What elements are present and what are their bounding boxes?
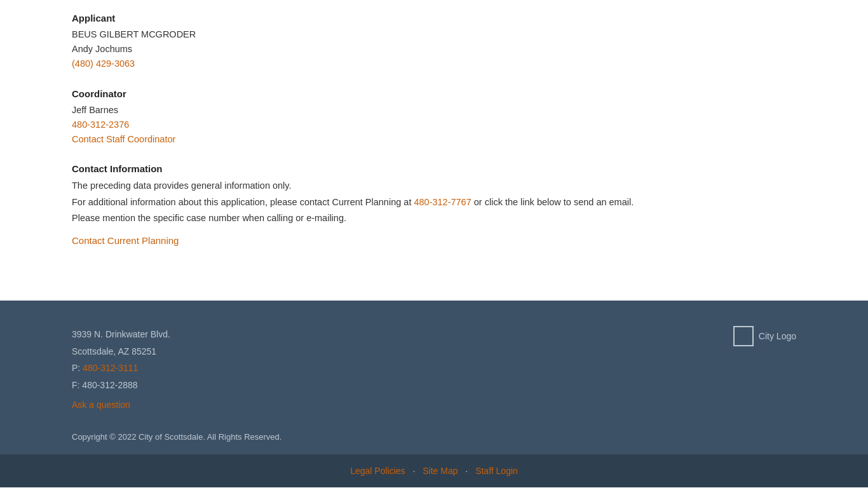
footer-fax-label: F: xyxy=(72,380,82,390)
footer: 3939 N. Drinkwater Blvd. Scottsdale, AZ … xyxy=(0,301,868,432)
footer-bottom: Legal Policies · Site Map · Staff Login xyxy=(0,454,868,487)
city-logo-text: City Logo xyxy=(759,331,796,341)
contact-info-line1: The preceding data provides general info… xyxy=(72,178,796,194)
footer-copyright: Copyright © 2022 City of Scottsdale. All… xyxy=(0,432,868,454)
legal-policies-link[interactable]: Legal Policies xyxy=(350,466,405,476)
footer-ask-link[interactable]: Ask a question xyxy=(72,400,130,410)
footer-right: City Logo xyxy=(733,326,796,346)
contact-info-line2: For additional information about this ap… xyxy=(72,194,796,210)
coordinator-body: Jeff Barnes 480-312-2376 Contact Staff C… xyxy=(72,103,796,147)
applicant-label: Applicant xyxy=(72,13,796,24)
contact-info-phone-link[interactable]: 480-312-7767 xyxy=(414,197,471,207)
footer-phone-label: P: xyxy=(72,363,83,373)
staff-login-link[interactable]: Staff Login xyxy=(475,466,518,476)
footer-phone-link[interactable]: 480-312-3111 xyxy=(83,363,138,373)
contact-staff-coordinator-link[interactable]: Contact Staff Coordinator xyxy=(72,134,175,144)
footer-fax: 480-312-2888 xyxy=(82,380,137,390)
applicant-phone-link[interactable]: (480) 429-3063 xyxy=(72,58,135,69)
coordinator-name: Jeff Barnes xyxy=(72,103,796,118)
contact-info-line3: Please mention the specific case number … xyxy=(72,210,796,226)
contact-information-body: The preceding data provides general info… xyxy=(72,178,796,226)
contact-current-planning-link[interactable]: Contact Current Planning xyxy=(72,235,179,246)
site-map-link[interactable]: Site Map xyxy=(423,466,458,476)
separator-1: · xyxy=(412,466,415,476)
footer-address-line2: Scottsdale, AZ 85251 xyxy=(72,343,170,360)
footer-left: 3939 N. Drinkwater Blvd. Scottsdale, AZ … xyxy=(72,326,170,413)
copyright-text: Copyright © 2022 City of Scottsdale. All… xyxy=(72,432,281,442)
contact-info-line2-after: or click the link below to send an email… xyxy=(471,197,634,207)
footer-phone-row: P: 480-312-3111 xyxy=(72,360,170,377)
footer-fax-row: F: 480-312-2888 xyxy=(72,377,170,394)
contact-information-label: Contact Information xyxy=(72,163,796,174)
applicant-section: Applicant BEUS GILBERT MCGRODER Andy Joc… xyxy=(72,13,796,72)
coordinator-phone-link[interactable]: 480-312-2376 xyxy=(72,119,129,130)
applicant-company: BEUS GILBERT MCGRODER xyxy=(72,27,796,42)
city-logo-box xyxy=(733,326,754,346)
applicant-body: BEUS GILBERT MCGRODER Andy Jochums (480)… xyxy=(72,27,796,72)
main-content: Applicant BEUS GILBERT MCGRODER Andy Joc… xyxy=(0,0,868,301)
contact-info-line2-before: For additional information about this ap… xyxy=(72,197,414,207)
coordinator-section: Coordinator Jeff Barnes 480-312-2376 Con… xyxy=(72,88,796,147)
coordinator-label: Coordinator xyxy=(72,88,796,99)
applicant-name: Andy Jochums xyxy=(72,42,796,57)
separator-2: · xyxy=(465,466,468,476)
footer-address-line1: 3939 N. Drinkwater Blvd. xyxy=(72,326,170,343)
contact-information-section: Contact Information The preceding data p… xyxy=(72,163,796,246)
